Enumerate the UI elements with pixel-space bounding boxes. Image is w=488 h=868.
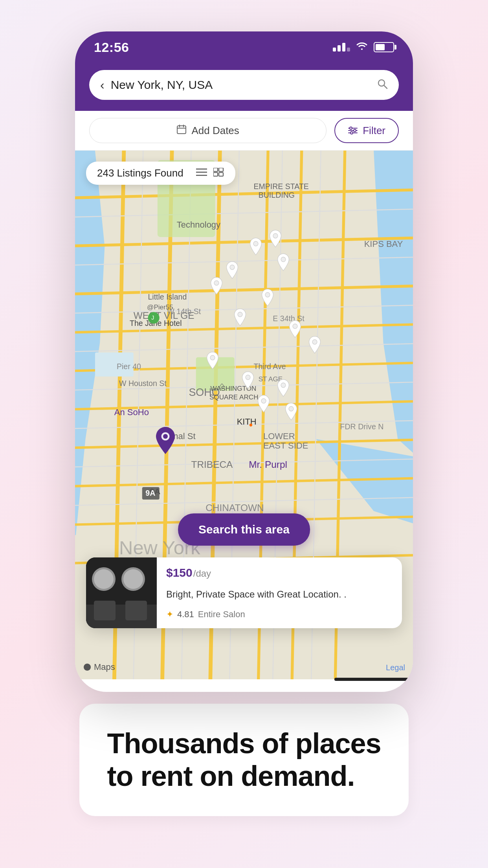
search-area: ‹ New York, NY, USA: [75, 63, 413, 111]
calendar-icon: [176, 124, 187, 137]
search-bar[interactable]: ‹ New York, NY, USA: [89, 70, 399, 100]
svg-text:Mr. Purpl: Mr. Purpl: [249, 459, 287, 470]
home-indicator: [334, 678, 413, 681]
tagline-section: Thousands of places to rent on demand.: [79, 704, 408, 816]
svg-point-89: [210, 355, 215, 360]
svg-text:Third Ave: Third Ave: [253, 362, 286, 371]
svg-text:KITH: KITH: [237, 417, 257, 427]
svg-text:EMPIRE STATE: EMPIRE STATE: [253, 182, 308, 191]
apple-icon: [83, 663, 92, 671]
map-pin[interactable]: [275, 379, 291, 397]
listing-rating: 4.81: [177, 609, 194, 620]
battery-icon: [374, 42, 394, 52]
svg-text:CHINATOWN: CHINATOWN: [205, 502, 264, 513]
svg-point-91: [281, 383, 286, 388]
filter-row: Add Dates Filter: [75, 111, 413, 151]
listings-count: 243 Listings Found: [97, 167, 183, 179]
listing-info: $150 /day Bright, Private Space with Gre…: [157, 557, 402, 628]
svg-rect-100: [219, 168, 223, 171]
map-pin[interactable]: [268, 229, 283, 248]
map-pin[interactable]: [248, 237, 264, 256]
map-pin[interactable]: [209, 276, 224, 295]
svg-text:KIPS BAY: KIPS BAY: [364, 239, 403, 249]
map-pin[interactable]: [275, 253, 291, 272]
view-toggle[interactable]: [196, 167, 224, 179]
svg-point-87: [293, 324, 297, 329]
search-icon[interactable]: [377, 78, 388, 92]
map-pin[interactable]: [287, 320, 303, 338]
location-input[interactable]: New York, NY, USA: [111, 78, 377, 92]
tagline-line2: to rent on demand.: [107, 760, 381, 793]
status-bar: 12:56: [75, 31, 413, 63]
map-pin[interactable]: [307, 335, 323, 354]
svg-point-108: [123, 569, 143, 589]
svg-text:●: ●: [249, 421, 253, 428]
svg-rect-99: [213, 168, 218, 171]
svg-text:TRIBECA: TRIBECA: [191, 459, 233, 470]
filter-label: Filter: [363, 125, 385, 137]
svg-rect-102: [219, 173, 223, 176]
svg-rect-2: [177, 126, 186, 134]
filter-icon: [348, 126, 358, 135]
star-icon: ✦: [166, 609, 173, 620]
search-this-area-button[interactable]: Search this area: [178, 513, 310, 546]
grid-view-icon[interactable]: [213, 167, 224, 179]
map-pin[interactable]: [224, 261, 240, 280]
svg-text:FDR Drive N: FDR Drive N: [340, 422, 384, 431]
svg-point-9: [350, 127, 352, 129]
svg-text:SQUARE ARCH: SQUARE ARCH: [209, 394, 259, 401]
svg-point-92: [261, 399, 266, 403]
svg-point-93: [289, 406, 294, 411]
svg-point-95: [163, 434, 168, 439]
svg-text:Technology: Technology: [177, 220, 220, 230]
apple-maps-label: Maps: [94, 662, 115, 672]
filter-button[interactable]: Filter: [334, 118, 399, 143]
listing-price-period: /day: [193, 568, 211, 579]
listing-price: $150: [166, 566, 193, 579]
tagline-line1: Thousands of places: [107, 727, 381, 760]
svg-text:J: J: [151, 314, 154, 321]
svg-text:Pier 40: Pier 40: [117, 362, 141, 371]
svg-text:LOWER: LOWER: [263, 431, 295, 441]
add-dates-button[interactable]: Add Dates: [89, 118, 327, 143]
map-pin[interactable]: [283, 402, 299, 421]
listings-badge: 243 Listings Found: [86, 162, 235, 185]
svg-rect-111: [125, 601, 147, 620]
svg-point-86: [238, 312, 242, 317]
svg-rect-110: [94, 601, 116, 620]
svg-text:⌂: ⌂: [219, 380, 225, 391]
map-pin[interactable]: [260, 288, 275, 307]
list-view-icon[interactable]: [196, 167, 207, 179]
map-container[interactable]: Technology EMPIRE STATE BUILDING KIPS BA…: [75, 151, 413, 679]
svg-text:An  SoHo: An SoHo: [114, 407, 149, 417]
map-pin[interactable]: [205, 351, 220, 370]
svg-point-82: [273, 234, 278, 238]
active-map-pin[interactable]: [154, 426, 177, 454]
add-dates-label: Add Dates: [191, 125, 239, 137]
phone-frame: 12:56 ‹ New York, NY, USA: [75, 31, 413, 692]
wifi-icon: [356, 41, 368, 53]
map-pin[interactable]: [256, 394, 272, 413]
svg-text:EAST SIDE: EAST SIDE: [263, 441, 308, 451]
svg-point-81: [253, 241, 258, 246]
svg-rect-101: [213, 173, 218, 176]
svg-point-80: [230, 265, 235, 270]
svg-point-83: [281, 257, 286, 262]
svg-point-85: [265, 292, 270, 297]
map-pin[interactable]: [240, 371, 256, 390]
listing-card[interactable]: $150 /day Bright, Private Space with Gre…: [86, 557, 402, 628]
legal-link[interactable]: Legal: [386, 663, 405, 672]
svg-text:Little Island: Little Island: [148, 292, 187, 301]
svg-text:9A: 9A: [145, 489, 155, 497]
back-button[interactable]: ‹: [100, 78, 105, 92]
map-pin[interactable]: [232, 308, 248, 327]
svg-text:@Pier55: @Pier55: [147, 303, 173, 311]
status-icons: [333, 41, 394, 53]
svg-line-1: [384, 85, 387, 88]
listing-meta: ✦ 4.81 Entire Salon: [166, 609, 393, 620]
listing-title: Bright, Private Space with Great Locatio…: [166, 588, 393, 600]
status-time: 12:56: [94, 40, 129, 55]
svg-point-84: [214, 281, 219, 285]
svg-point-90: [246, 375, 250, 380]
listing-type: Entire Salon: [198, 609, 245, 620]
